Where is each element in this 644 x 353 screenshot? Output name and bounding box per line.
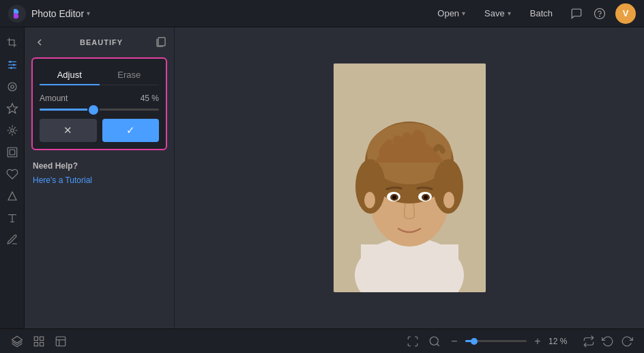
photo-container — [334, 63, 486, 292]
zoom-fit-button[interactable] — [426, 333, 443, 350]
icon-bar — [0, 27, 25, 328]
fit-icon — [407, 335, 419, 348]
app-title-text: Photo Editor — [31, 8, 84, 19]
svg-marker-34 — [12, 336, 23, 343]
canvas-area[interactable] — [175, 27, 644, 328]
text-icon — [6, 212, 18, 224]
app-logo[interactable] — [8, 5, 26, 23]
panel-title: BEAUTIFY — [80, 38, 123, 46]
grid-icon-button[interactable] — [30, 333, 48, 350]
redo-icon — [621, 335, 633, 348]
amount-slider[interactable] — [40, 109, 159, 111]
bottom-right-icons — [580, 333, 636, 350]
frame-tool-button[interactable] — [2, 142, 23, 163]
history-icon — [55, 335, 67, 348]
svg-point-8 — [10, 67, 12, 69]
amount-label: Amount — [40, 94, 68, 103]
topbar-nav: Open ▾ Save ▾ Batch — [429, 5, 561, 22]
svg-rect-36 — [40, 337, 44, 340]
heart-icon — [6, 168, 18, 180]
filter-tool-button[interactable] — [2, 76, 23, 97]
tab-adjust[interactable]: Adjust — [40, 66, 100, 85]
undo-icon — [602, 335, 614, 348]
help-icon — [594, 8, 606, 20]
svg-point-10 — [10, 85, 14, 89]
zoom-slider-thumb — [471, 338, 478, 345]
zoom-controls: − + 12 % — [404, 333, 570, 350]
svg-rect-35 — [34, 337, 38, 340]
svg-rect-39 — [56, 337, 65, 346]
svg-marker-11 — [7, 104, 17, 113]
grid-icon — [33, 335, 45, 348]
card-tabs: Adjust Erase — [40, 66, 159, 85]
svg-point-32 — [364, 192, 375, 208]
history-icon-button[interactable] — [52, 333, 70, 350]
beautify-card: Adjust Erase Amount 45 % ✕ — [31, 57, 167, 150]
crop-tool-button[interactable] — [2, 33, 23, 53]
amount-row: Amount 45 % — [40, 94, 159, 103]
svg-point-30 — [392, 195, 396, 199]
svg-line-43 — [437, 343, 439, 345]
cancel-button[interactable]: ✕ — [40, 119, 97, 142]
panel-copy-button[interactable] — [155, 36, 167, 50]
star-tool-button[interactable] — [2, 98, 23, 119]
svg-marker-15 — [8, 192, 16, 200]
user-avatar[interactable]: V — [615, 3, 636, 24]
main-area: BEAUTIFY Adjust Erase Amount 45 % — [0, 27, 644, 328]
topbar-icons: V — [566, 3, 636, 24]
chat-icon — [570, 8, 583, 20]
amount-value: 45 % — [141, 94, 159, 103]
help-title: Need Help? — [33, 161, 166, 171]
panel-back-button[interactable] — [31, 34, 48, 51]
flip-icon-button[interactable] — [580, 333, 598, 350]
slider-thumb — [89, 105, 98, 115]
panel-header: BEAUTIFY — [31, 34, 167, 51]
svg-point-6 — [9, 61, 11, 63]
svg-point-2 — [600, 16, 600, 16]
save-button[interactable]: Save ▾ — [476, 5, 519, 22]
text-tool-button[interactable] — [2, 208, 23, 228]
app-title-chevron: ▾ — [87, 10, 90, 17]
filter-icon — [6, 81, 18, 93]
svg-rect-19 — [361, 244, 458, 292]
effects-tool-button[interactable] — [2, 120, 23, 141]
card-buttons: ✕ ✓ — [40, 119, 159, 142]
redo-button[interactable] — [618, 333, 636, 350]
open-button[interactable]: Open ▾ — [429, 5, 473, 22]
bottom-bar: − + 12 % — [0, 328, 644, 353]
help-link[interactable]: Here's a Tutorial — [33, 175, 92, 185]
crop-icon — [6, 37, 18, 49]
svg-point-42 — [430, 337, 438, 345]
batch-button[interactable]: Batch — [522, 5, 561, 22]
draw-icon — [6, 234, 18, 246]
help-icon-button[interactable] — [589, 3, 610, 24]
undo-button[interactable] — [599, 333, 617, 350]
zoom-icon — [428, 335, 441, 348]
chat-icon-button[interactable] — [566, 3, 587, 24]
shape-icon — [6, 190, 18, 202]
adjust-tool-button[interactable] — [2, 55, 23, 75]
zoom-slider[interactable] — [465, 340, 527, 342]
zoom-in-button[interactable]: + — [531, 335, 544, 348]
svg-point-33 — [443, 192, 454, 208]
tab-erase[interactable]: Erase — [100, 66, 160, 85]
app-title-button[interactable]: Photo Editor ▾ — [31, 8, 90, 19]
fit-to-screen-button[interactable] — [404, 333, 422, 350]
zoom-out-button[interactable]: − — [448, 335, 461, 348]
layers-icon — [11, 335, 23, 348]
shape-tool-button[interactable] — [2, 186, 23, 206]
svg-point-31 — [424, 195, 428, 199]
layers-icon-button[interactable] — [8, 333, 26, 350]
flip-icon — [583, 335, 595, 348]
slider-track — [40, 109, 159, 111]
draw-tool-button[interactable] — [2, 229, 23, 250]
effects-icon — [6, 124, 18, 137]
svg-rect-16 — [158, 38, 165, 46]
heart-tool-button[interactable] — [2, 164, 23, 184]
svg-rect-13 — [8, 147, 17, 157]
help-section: Need Help? Here's a Tutorial — [31, 161, 167, 186]
confirm-button[interactable]: ✓ — [102, 119, 160, 142]
svg-rect-14 — [10, 150, 15, 155]
svg-rect-38 — [40, 342, 44, 345]
svg-point-1 — [595, 8, 605, 18]
